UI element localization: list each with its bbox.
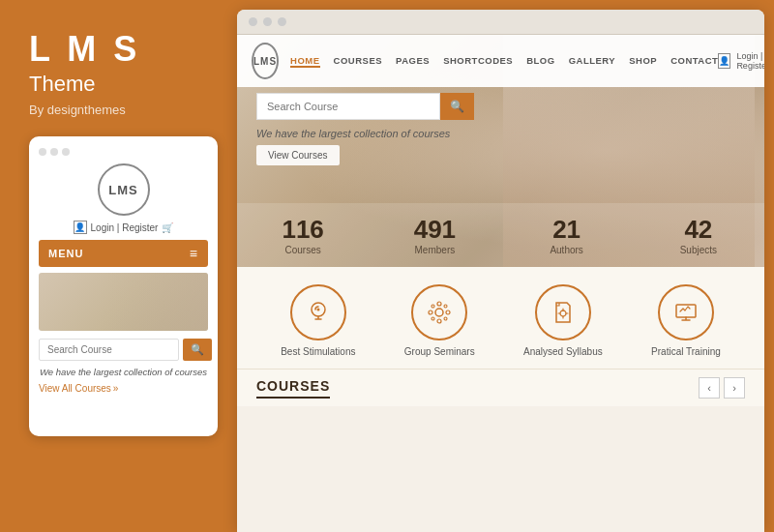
svg-point-3 — [437, 302, 441, 306]
feature-practical-training: Pratical Training — [651, 284, 721, 357]
mobile-dot-3 — [62, 148, 70, 156]
stat-authors: 21 Authors — [501, 215, 633, 255]
svg-point-10 — [444, 317, 447, 320]
nav-links: HOME COURSES PAGES SHORTCODES BLOG GALLE… — [290, 55, 718, 68]
courses-navigation: ‹ › — [699, 377, 745, 399]
mobile-auth-label: Login | Register — [91, 222, 159, 233]
mobile-dots — [39, 148, 208, 156]
hero-search-input[interactable] — [256, 93, 440, 120]
right-panel: LMS HOME COURSES PAGES SHORTCODES BLOG G… — [237, 10, 764, 532]
mobile-search-input[interactable] — [39, 339, 179, 361]
mobile-logo-area: LMS 👤 Login | Register 🛒 — [39, 163, 208, 234]
nav-auth-label: Login | Register — [736, 51, 764, 71]
feature-best-stimulations: Best Stimulations — [281, 284, 355, 357]
best-stimulations-label: Best Stimulations — [281, 346, 355, 357]
courses-next-button[interactable]: › — [724, 377, 745, 399]
mobile-menu-bar[interactable]: MENU ≡ — [39, 240, 208, 267]
nav-link-shortcodes[interactable]: SHORTCODES — [443, 55, 513, 68]
nav-link-pages[interactable]: PAGES — [396, 55, 430, 68]
stat-courses-label: Courses — [237, 245, 369, 255]
left-panel: L M S Theme By designthemes LMS 👤 Login … — [0, 0, 237, 532]
svg-point-5 — [429, 310, 432, 314]
stat-authors-number: 21 — [501, 215, 633, 245]
mobile-dot-1 — [39, 148, 46, 156]
courses-header: COURSES ‹ › — [256, 377, 745, 399]
mobile-cart-icon: 🛒 — [162, 222, 173, 233]
nav-link-shop[interactable]: SHOP — [629, 55, 657, 68]
feature-group-seminars: Group Seminars — [404, 284, 475, 357]
browser-bar — [237, 10, 764, 35]
nav-user-icon: 👤 — [718, 53, 730, 69]
nav-link-contact[interactable]: CONTACT — [670, 55, 718, 68]
stat-authors-label: Authors — [501, 245, 633, 255]
navbar: LMS HOME COURSES PAGES SHORTCODES BLOG G… — [237, 35, 764, 87]
svg-point-4 — [437, 319, 441, 323]
nav-logo: LMS — [252, 43, 279, 79]
mobile-mockup: LMS 👤 Login | Register 🛒 MENU ≡ 🔍 We hav… — [29, 136, 218, 436]
stat-subjects-label: Subjects — [633, 245, 764, 255]
nav-link-blog[interactable]: BLOG — [526, 55, 554, 68]
hero-section: LMS HOME COURSES PAGES SHORTCODES BLOG G… — [237, 35, 764, 267]
courses-section: COURSES ‹ › — [237, 369, 764, 406]
svg-point-7 — [432, 305, 434, 308]
feature-analysed-syllabus: Analysed Syllabus — [523, 284, 603, 357]
nav-right: 👤 Login | Register 🛒 — [718, 51, 764, 71]
hero-view-courses-button[interactable]: View Courses — [256, 145, 340, 165]
hero-search-button[interactable]: 🔍 — [440, 93, 474, 120]
stat-subjects: 42 Subjects — [633, 215, 764, 255]
svg-point-9 — [432, 317, 434, 320]
features-section: Best Stimulations Gro — [237, 267, 764, 369]
stats-bar: 116 Courses 491 Members 21 Authors 42 Su… — [237, 203, 764, 267]
group-seminars-icon — [411, 284, 467, 340]
analysed-syllabus-label: Analysed Syllabus — [523, 346, 603, 357]
stat-members-number: 491 — [369, 215, 500, 245]
mobile-auth: 👤 Login | Register 🛒 — [74, 221, 174, 234]
browser-dot-3 — [278, 17, 286, 26]
svg-rect-12 — [676, 305, 696, 317]
nav-link-gallery[interactable]: GALLERY — [569, 55, 616, 68]
courses-prev-button[interactable]: ‹ — [699, 377, 720, 399]
svg-point-1 — [316, 309, 319, 311]
brand-title: L M S — [29, 29, 218, 70]
group-seminars-label: Group Seminars — [404, 346, 475, 357]
hero-search-bar: 🔍 — [256, 93, 474, 120]
analysed-syllabus-icon — [535, 284, 591, 340]
hamburger-icon: ≡ — [190, 246, 198, 261]
mobile-search-button[interactable]: 🔍 — [183, 339, 212, 361]
browser-dot-2 — [263, 17, 272, 26]
practical-training-label: Pratical Training — [651, 346, 721, 357]
nav-link-home[interactable]: HOME — [290, 55, 320, 68]
stat-members: 491 Members — [369, 215, 500, 255]
courses-title: COURSES — [256, 378, 330, 399]
nav-link-courses[interactable]: COURSES — [334, 55, 382, 68]
stat-subjects-number: 42 — [633, 215, 764, 245]
website-content: LMS HOME COURSES PAGES SHORTCODES BLOG G… — [237, 35, 764, 532]
svg-point-2 — [435, 309, 443, 316]
browser-dot-1 — [249, 17, 257, 26]
best-stimulations-icon — [290, 284, 346, 340]
brand-by: By designthemes — [29, 103, 218, 117]
hero-body: 🔍 We have the largest collection of cour… — [256, 93, 474, 165]
mobile-dot-2 — [50, 148, 58, 156]
mobile-hero-image — [39, 273, 208, 331]
mobile-tagline: We have the largest collection of course… — [39, 367, 208, 377]
stat-courses: 116 Courses — [237, 215, 369, 255]
mobile-menu-label: MENU — [48, 248, 83, 259]
stat-members-label: Members — [369, 245, 500, 255]
practical-training-icon — [658, 284, 714, 340]
svg-point-11 — [560, 310, 566, 316]
mobile-lms-logo: LMS — [98, 163, 150, 216]
stat-courses-number: 116 — [237, 215, 369, 245]
mobile-view-courses-link[interactable]: View All Courses — [39, 383, 208, 394]
mobile-user-icon: 👤 — [74, 221, 87, 234]
hero-tagline: We have the largest collection of course… — [256, 128, 474, 139]
brand-subtitle: Theme — [29, 72, 218, 97]
mobile-search-bar: 🔍 — [39, 339, 208, 361]
svg-point-8 — [444, 305, 447, 308]
svg-point-6 — [446, 310, 450, 314]
